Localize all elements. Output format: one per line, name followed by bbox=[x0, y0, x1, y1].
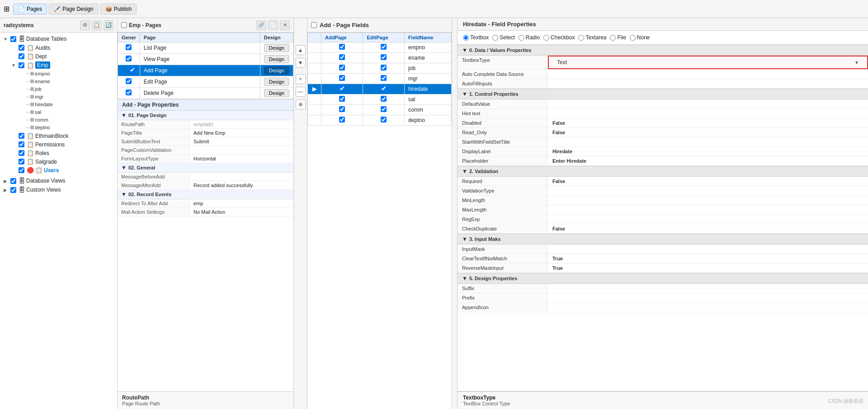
field-job[interactable]: ─ job bbox=[26, 85, 115, 93]
radio-textarea-input[interactable] bbox=[578, 35, 584, 41]
field-row[interactable]: ename bbox=[308, 53, 452, 63]
design-button[interactable]: Design bbox=[264, 78, 289, 86]
dept-checkbox[interactable] bbox=[19, 53, 24, 59]
props-section-header[interactable]: ▼ 02. Record Events bbox=[118, 190, 293, 199]
fp-value-select[interactable]: Text ▼ bbox=[548, 56, 868, 69]
radio-checkbox-input[interactable] bbox=[543, 35, 549, 41]
custom-views-checkbox[interactable] bbox=[10, 187, 16, 193]
page-checkbox[interactable] bbox=[129, 67, 135, 73]
radio-select-input[interactable] bbox=[492, 35, 498, 41]
page-checkbox[interactable] bbox=[126, 78, 132, 84]
list-icon-btn[interactable]: 📋 bbox=[92, 20, 102, 30]
props-section-header[interactable]: ▼ 01. Page Design bbox=[118, 111, 293, 120]
page-row[interactable]: Edit Page Design bbox=[118, 76, 293, 88]
field-deptno[interactable]: ─ deptno bbox=[26, 124, 115, 131]
tree-item-salgrade[interactable]: 📋 Salgrade bbox=[10, 157, 115, 166]
editpage-checkbox[interactable] bbox=[381, 44, 387, 50]
radio-none[interactable]: None bbox=[630, 34, 650, 41]
tree-item-emp[interactable]: ▼ 📋 Emp bbox=[10, 61, 115, 70]
refresh-icon-btn[interactable]: 🔄 bbox=[104, 20, 113, 30]
field-row[interactable]: comm bbox=[308, 105, 452, 115]
radio-textbox-input[interactable] bbox=[463, 35, 469, 41]
addpage-checkbox[interactable] bbox=[339, 117, 345, 122]
tree-item-audits[interactable]: 📋 Audits bbox=[10, 43, 115, 52]
props-section-header[interactable]: ▼ 02. General bbox=[118, 163, 293, 173]
link-icon-btn[interactable]: 🔗 bbox=[256, 20, 266, 30]
tree-item-database-views[interactable]: ▶ 🗄 Database Views bbox=[2, 176, 115, 185]
nav-add-btn[interactable]: + bbox=[296, 74, 306, 84]
page-checkbox[interactable] bbox=[126, 56, 132, 61]
addpage-checkbox[interactable] bbox=[339, 85, 345, 91]
editpage-checkbox[interactable] bbox=[381, 117, 387, 122]
addpage-checkbox[interactable] bbox=[339, 106, 345, 112]
db-tables-checkbox[interactable] bbox=[10, 36, 16, 42]
fp-section-header[interactable]: ▼ 3. Input Maks bbox=[458, 234, 868, 244]
nav-up-btn[interactable]: ▲ bbox=[296, 45, 306, 55]
radio-file-input[interactable] bbox=[610, 35, 616, 41]
radio-select[interactable]: Select bbox=[492, 34, 514, 41]
tab-pages[interactable]: 📄 Pages bbox=[13, 4, 47, 14]
nav-down-btn[interactable]: ▼ bbox=[296, 58, 306, 68]
field-row[interactable]: mgr bbox=[308, 74, 452, 84]
addpage-checkbox[interactable] bbox=[339, 96, 345, 102]
nav-minus-btn[interactable]: — bbox=[296, 87, 306, 97]
close-icon-btn[interactable]: ✕ bbox=[280, 20, 290, 30]
audits-checkbox[interactable] bbox=[19, 45, 24, 51]
radio-textbox[interactable]: Textbox bbox=[463, 34, 489, 41]
editpage-checkbox[interactable] bbox=[381, 65, 387, 71]
addpage-checkbox[interactable] bbox=[339, 54, 345, 60]
page-row[interactable]: Delete Page Design bbox=[118, 88, 293, 99]
db-views-checkbox[interactable] bbox=[10, 178, 16, 184]
tab-publish[interactable]: 📦 Publish bbox=[100, 4, 137, 14]
radio-checkbox[interactable]: Checkbox bbox=[543, 34, 575, 41]
roles-checkbox[interactable] bbox=[19, 150, 24, 156]
tab-page-design[interactable]: 🖌️ Page Design bbox=[49, 4, 99, 14]
radio-textarea[interactable]: Textarea bbox=[578, 34, 606, 41]
field-row[interactable]: empno bbox=[308, 42, 452, 53]
fp-section-header[interactable]: ▼ 1. Control Properties bbox=[458, 89, 868, 99]
tree-item-ethmainblock[interactable]: 📋 EthmainBlock bbox=[10, 132, 115, 140]
field-row[interactable]: deptno bbox=[308, 115, 452, 126]
nav-expand-btn[interactable]: ⊕ bbox=[296, 99, 306, 109]
editpage-checkbox[interactable] bbox=[381, 54, 387, 60]
page-checkbox[interactable] bbox=[126, 89, 132, 95]
salgrade-checkbox[interactable] bbox=[19, 159, 24, 165]
tree-item-database-tables[interactable]: ▼ 🗄 Database Tables bbox=[2, 34, 115, 43]
page-checkbox[interactable] bbox=[126, 44, 132, 50]
addpage-checkbox[interactable] bbox=[339, 75, 345, 81]
field-sal[interactable]: ─ sal bbox=[26, 108, 115, 116]
field-comm[interactable]: ─ comm bbox=[26, 116, 115, 123]
fp-section-header[interactable]: ▼ 0. Data / Values Properties bbox=[458, 45, 868, 56]
editpage-checkbox[interactable] bbox=[381, 85, 387, 91]
addpage-checkbox[interactable] bbox=[339, 65, 345, 71]
addpage-checkbox[interactable] bbox=[339, 44, 345, 50]
radio-radio[interactable]: Radio bbox=[519, 34, 540, 41]
design-button[interactable]: Design bbox=[264, 66, 289, 75]
emp-checkbox[interactable] bbox=[19, 62, 24, 68]
tree-item-roles[interactable]: 📋 Roles bbox=[10, 149, 115, 157]
editpage-checkbox[interactable] bbox=[381, 106, 387, 112]
settings-icon-btn[interactable]: ⚙ bbox=[80, 20, 90, 30]
tree-item-permissions[interactable]: 📋 Permissions bbox=[10, 140, 115, 149]
editpage-checkbox[interactable] bbox=[381, 75, 387, 81]
radio-radio-input[interactable] bbox=[519, 35, 524, 41]
page-row[interactable]: ▶ Add Page Design bbox=[118, 65, 293, 76]
permissions-checkbox[interactable] bbox=[19, 141, 24, 147]
design-button[interactable]: Design bbox=[264, 55, 289, 63]
radio-file[interactable]: File bbox=[610, 34, 626, 41]
page-fields-checkbox[interactable] bbox=[311, 22, 317, 28]
design-button[interactable]: Design bbox=[264, 89, 289, 97]
field-ename[interactable]: ─ ename bbox=[26, 78, 115, 85]
fp-section-header[interactable]: ▼ 2. Validation bbox=[458, 166, 868, 177]
design-button[interactable]: Design bbox=[264, 44, 289, 52]
ethmain-checkbox[interactable] bbox=[19, 133, 24, 139]
field-empno[interactable]: ─ empno bbox=[26, 70, 115, 77]
field-mgr[interactable]: ─ mgr bbox=[26, 93, 115, 100]
field-row[interactable]: job bbox=[308, 63, 452, 74]
editpage-checkbox[interactable] bbox=[381, 96, 387, 102]
page-row[interactable]: List Page Design bbox=[118, 42, 293, 54]
tree-item-custom-views[interactable]: ▶ 🗄 Custom Views bbox=[2, 185, 115, 194]
emp-pages-checkbox[interactable] bbox=[121, 22, 127, 28]
field-row[interactable]: sal bbox=[308, 94, 452, 105]
copy-icon-btn[interactable]: 📄 bbox=[268, 20, 278, 30]
